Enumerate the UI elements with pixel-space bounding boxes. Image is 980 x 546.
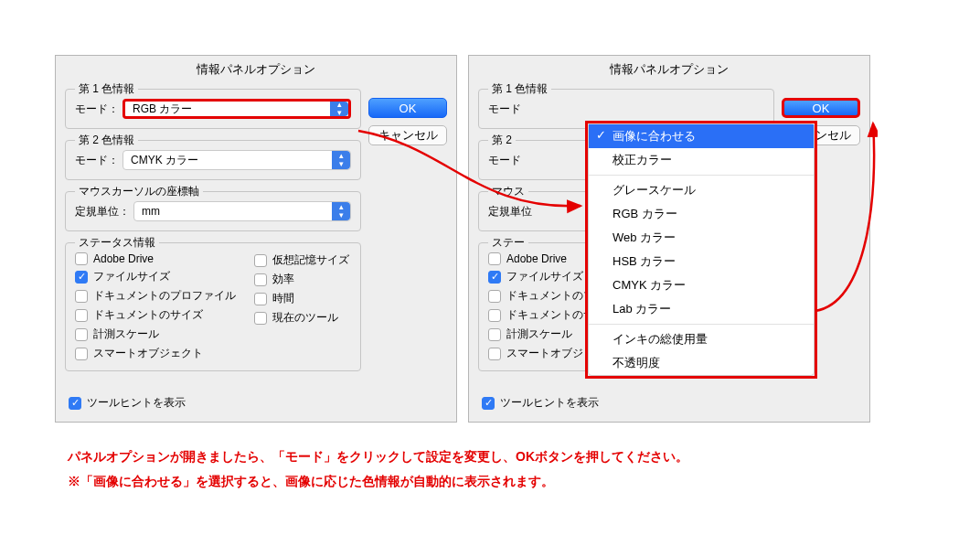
checkbox-icon — [75, 271, 88, 284]
ruler-value: mm — [142, 205, 160, 218]
mode-select-second[interactable]: CMYK カラー — [122, 150, 351, 170]
dropdown-item[interactable]: グレースケール — [589, 178, 814, 202]
dropdown-item[interactable]: Web カラー — [589, 226, 814, 250]
checkbox-icon — [488, 271, 501, 284]
checkbox-icon — [482, 397, 495, 410]
mode-label: モード： — [75, 102, 119, 117]
status-legend: ステー — [488, 235, 528, 251]
checkbox-icon — [488, 290, 501, 303]
status-col-right: 仮想記憶サイズ効率時間現在のツール — [254, 252, 349, 361]
checkbox-icon — [75, 348, 88, 360]
ruler-legend: マウス — [488, 184, 528, 199]
dropdown-item[interactable]: RGB カラー — [589, 202, 814, 226]
status-checkbox-row[interactable]: ファイルサイズ — [75, 269, 236, 284]
status-label: Adobe Drive — [93, 252, 154, 265]
ok-button[interactable]: OK — [368, 98, 447, 118]
checkbox-icon — [69, 397, 81, 410]
group-ruler: マウスカーソルの座標軸 定規単位： mm — [65, 191, 361, 231]
group-second-color: 第 2 色情報 モード： CMYK カラー — [65, 140, 361, 180]
ruler-label: 定規単位： — [75, 204, 130, 219]
dropdown-separator — [589, 324, 814, 325]
status-col-left: Adobe Driveファイルサイズドキュメントのプロファイルドキュメントのサイ… — [75, 252, 236, 361]
status-label: 計測スケール — [93, 327, 159, 342]
status-checkbox-row[interactable]: ドキュメントのプロファイル — [75, 288, 236, 304]
status-checkbox-row[interactable]: 時間 — [254, 291, 349, 306]
dropdown-item[interactable]: 不透明度 — [589, 351, 814, 375]
group-status: ステータス情報 Adobe Driveファイルサイズドキュメントのプロファイルド… — [65, 242, 361, 371]
status-label: ドキュメントのプロファイル — [93, 288, 236, 304]
checkbox-icon — [254, 273, 267, 286]
status-label: Adobe Drive — [506, 252, 567, 265]
dropdown-item[interactable]: 画像に合わせる — [589, 124, 814, 148]
dropdown-item[interactable]: 校正カラー — [589, 148, 814, 172]
status-label: 現在のツール — [272, 310, 338, 326]
tooltips-label: ツールヒントを表示 — [500, 395, 599, 411]
mode-dropdown[interactable]: 画像に合わせる校正カラーグレースケールRGB カラーWeb カラーHSB カラー… — [588, 123, 815, 376]
group-first-color: 第 1 色情報 モード： RGB カラー — [65, 89, 361, 129]
tooltips-label: ツールヒントを表示 — [87, 395, 186, 411]
mode-dropdown-highlight: 画像に合わせる校正カラーグレースケールRGB カラーWeb カラーHSB カラー… — [585, 121, 817, 379]
dropdown-separator — [589, 175, 814, 176]
instruction-line1: パネルオプションが開きましたら、「モード」をクリックして設定を変更し、OKボタン… — [68, 444, 912, 469]
status-label: 時間 — [272, 291, 294, 306]
dialog-title: 情報パネルオプション — [469, 56, 869, 83]
status-checkbox-row[interactable]: ドキュメントのサイズ — [75, 307, 236, 323]
status-checkbox-row[interactable]: スマートオブジェクト — [75, 346, 236, 361]
group1-legend: 第 1 色情報 — [75, 81, 138, 97]
ruler-label: 定規単位 — [488, 204, 532, 219]
status-label: 効率 — [272, 272, 294, 287]
dialog-left: 情報パネルオプション 第 1 色情報 モード： RGB カラー 第 2 色情報 — [55, 55, 457, 423]
mode-select-value: RGB カラー — [133, 102, 192, 117]
updown-icon — [330, 102, 348, 116]
checkbox-icon — [254, 312, 267, 325]
checkbox-icon — [488, 348, 501, 360]
checkbox-icon — [488, 252, 501, 265]
checkbox-icon — [75, 328, 88, 341]
dropdown-item[interactable]: CMYK カラー — [589, 273, 814, 297]
mode2-value: CMYK カラー — [131, 153, 198, 168]
mode2-label: モード： — [75, 153, 119, 168]
status-checkbox-row[interactable]: 現在のツール — [254, 310, 349, 326]
mode-select-first[interactable]: RGB カラー — [122, 99, 351, 119]
ruler-legend: マウスカーソルの座標軸 — [75, 184, 203, 199]
group2-legend: 第 2 色情報 — [75, 133, 138, 148]
status-label: ファイルサイズ — [506, 269, 583, 284]
instruction-line2: ※「画像に合わせる」を選択すると、画像に応じた色情報が自動的に表示されます。 — [68, 469, 912, 494]
status-checkbox-row[interactable]: 仮想記憶サイズ — [254, 252, 349, 268]
mode2-label: モード — [488, 153, 521, 168]
tooltips-checkbox-row[interactable]: ツールヒントを表示 — [69, 395, 443, 411]
checkbox-icon — [254, 293, 267, 305]
dropdown-item[interactable]: Lab カラー — [589, 297, 814, 321]
status-label: 計測スケール — [506, 327, 572, 342]
updown-icon — [332, 151, 350, 169]
tooltips-checkbox-row[interactable]: ツールヒントを表示 — [482, 395, 857, 411]
ruler-select[interactable]: mm — [133, 201, 351, 221]
updown-icon — [332, 202, 350, 220]
checkbox-icon — [488, 328, 501, 341]
dropdown-item[interactable]: インキの総使用量 — [589, 327, 814, 351]
ok-button[interactable]: OK — [782, 98, 860, 118]
checkbox-icon — [75, 252, 88, 265]
status-checkbox-row[interactable]: 効率 — [254, 272, 349, 287]
status-checkbox-row[interactable]: 計測スケール — [75, 327, 236, 342]
cancel-button[interactable]: キャンセル — [368, 125, 447, 145]
status-checkbox-row[interactable]: Adobe Drive — [75, 252, 236, 265]
checkbox-icon — [488, 309, 501, 322]
status-label: 仮想記憶サイズ — [272, 252, 349, 268]
dropdown-item[interactable]: HSB カラー — [589, 250, 814, 273]
group2-legend: 第 2 — [488, 133, 516, 148]
checkbox-icon — [75, 309, 88, 322]
status-legend: ステータス情報 — [75, 235, 159, 251]
status-label: スマートオブジェクト — [93, 346, 203, 361]
instruction-text: パネルオプションが開きましたら、「モード」をクリックして設定を変更し、OKボタン… — [0, 432, 980, 506]
checkbox-icon — [254, 254, 267, 267]
group1-legend: 第 1 色情報 — [488, 81, 551, 97]
status-label: ファイルサイズ — [93, 269, 170, 284]
dialog-title: 情報パネルオプション — [56, 56, 456, 83]
checkbox-icon — [75, 290, 88, 303]
mode-label: モード — [488, 102, 521, 117]
status-label: ドキュメントのサイズ — [93, 307, 203, 323]
